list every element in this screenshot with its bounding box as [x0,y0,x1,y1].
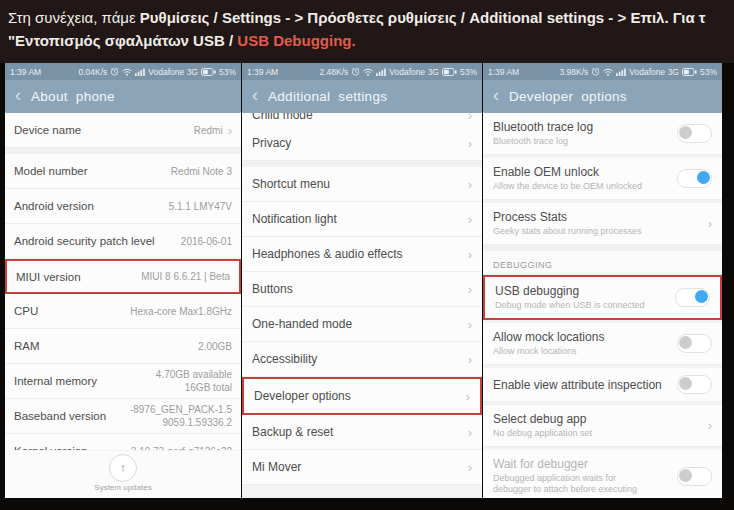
row-developer-options-highlighted[interactable]: Developer options › [242,377,482,415]
app-header: ‹ About phone [5,80,241,113]
row-label: Headphones & audio effects [252,247,463,261]
row-android-version[interactable]: Android version 5.1.1 LMY47V [5,189,241,224]
row-headphones-audio[interactable]: Headphones & audio effects › [242,237,482,272]
net-speed-text: 3.98K/s [560,67,589,77]
row-device-name[interactable]: Device name Redmi › [5,113,241,148]
toggle-off[interactable] [677,467,712,486]
section-header-debugging: DEBUGGING [483,251,722,275]
row-allow-mock-locations[interactable]: Allow mock locations Allow mock location… [483,323,722,365]
chevron-right-icon: › [468,353,472,366]
row-label: Mi Mover [252,460,463,474]
row-miui-version-highlighted[interactable]: MIUI version MIUI 8 6.6.21 | Beta [5,259,241,294]
row-one-handed-mode[interactable]: One-handed mode › [242,307,482,342]
toggle-on[interactable] [675,288,710,307]
row-label: Baseband version [14,410,130,422]
screenshot-additional-settings: 1:39 AM 2.48K/s Vodafone 3G 53% ‹ Additi… [242,63,482,498]
alarm-icon [110,67,119,76]
row-backup-reset[interactable]: Backup & reset › [242,415,482,450]
row-label: Buttons [252,282,463,296]
chevron-right-icon: › [708,419,712,432]
banner-text-bold: Ρυθμίσεις / Settings - > Πρόσθετες ρυθμί… [140,9,706,26]
row-accessibility[interactable]: Accessibility › [242,342,482,377]
row-label: Developer options [254,389,461,403]
row-title: Process Stats [493,210,703,224]
status-bar: 1:39 AM 0.04K/s Vodafone 3G 53% [5,63,241,80]
status-time: 1:39 AM [247,67,278,77]
chevron-right-icon: › [468,178,472,191]
row-select-debug-app[interactable]: Select debug app No debug application se… [483,405,722,447]
battery-pct-text: 53% [460,67,477,77]
row-child-mode-cut: Child mode › [242,113,482,126]
row-subtitle: Allow the device to be OEM unlocked [493,181,669,192]
row-wait-for-debugger[interactable]: Wait for debugger Debugged application w… [483,450,722,498]
carrier-text: Vodafone 3G [629,67,679,77]
row-privacy[interactable]: Privacy › [242,126,482,161]
row-label: Model number [14,165,171,177]
row-subtitle: Allow mock locations [493,346,669,357]
row-label: Accessibility [252,352,463,366]
back-chevron-icon[interactable]: ‹ [15,86,21,104]
row-cpu[interactable]: CPU Hexa-core Max1.8GHz [5,294,241,329]
row-title: Select debug app [493,412,703,426]
row-label: Shortcut menu [252,177,463,191]
toggle-off[interactable] [677,334,712,353]
chevron-right-icon: › [708,217,712,230]
row-value: 2016-06-01 [181,235,232,248]
row-mi-mover[interactable]: Mi Mover › [242,450,482,485]
chevron-right-icon: › [466,390,470,403]
row-model-number[interactable]: Model number Redmi Note 3 [5,154,241,189]
toggle-off[interactable] [677,375,712,394]
row-view-attribute-inspection[interactable]: Enable view attribute inspection [483,368,722,402]
row-title: Allow mock locations [493,330,669,344]
row-internal-memory[interactable]: Internal memory 4.70GB available16GB tot… [5,364,241,399]
row-usb-debugging-highlighted[interactable]: USB debugging Debug mode when USB is con… [483,275,722,320]
page-title: Developer options [509,89,627,104]
chevron-right-icon: › [228,124,232,137]
row-label: Internal memory [14,375,156,387]
banner-line-1: Στη συνέχεια, πάμε Ρυθμίσεις / Settings … [8,6,734,29]
screenshot-developer-options: 1:39 AM 3.98K/s Vodafone 3G 53% ‹ Develo… [483,63,722,498]
system-updates-label: System updates [5,483,241,492]
chevron-right-icon: › [468,113,472,122]
row-ram[interactable]: RAM 2.00GB [5,329,241,364]
row-label: Child mode [252,113,463,122]
row-subtitle: Debugged application waits for debugger … [493,473,653,495]
back-chevron-icon[interactable]: ‹ [252,86,258,104]
row-title: Wait for debugger [493,457,669,471]
battery-icon [682,68,697,76]
row-bluetooth-trace-log[interactable]: Bluetooth trace log Bluetooth trace log [483,113,722,155]
status-bar: 1:39 AM 2.48K/s Vodafone 3G 53% [242,63,482,80]
row-notification-light[interactable]: Notification light › [242,202,482,237]
row-baseband-version[interactable]: Baseband version -8976_GEN_PACK-1.59059.… [5,399,241,434]
row-value: 4.70GB available16GB total [156,368,232,394]
up-arrow-icon: ↑ [120,460,127,475]
alarm-icon [591,67,600,76]
row-value: Redmi [194,124,223,137]
chevron-right-icon: › [468,248,472,261]
row-security-patch[interactable]: Android security patch level 2016-06-01 [5,224,241,259]
row-label: Device name [14,124,194,136]
system-updates-button[interactable]: ↑ [109,454,137,482]
row-shortcut-menu[interactable]: Shortcut menu › [242,167,482,202]
toggle-off[interactable] [677,124,712,143]
system-updates-footer: ↑ System updates [5,450,241,498]
row-label: RAM [14,340,198,352]
wifi-icon [603,68,613,76]
row-process-stats[interactable]: Process Stats Geeky stats about running … [483,203,722,245]
signal-bars-icon [135,68,145,76]
wifi-icon [122,68,132,76]
app-header: ‹ Additional settings [242,80,482,113]
wifi-icon [363,68,373,76]
signal-bars-icon [376,68,386,76]
chevron-right-icon: › [468,426,472,439]
row-enable-oem-unlock[interactable]: Enable OEM unlock Allow the device to be… [483,158,722,200]
row-value: -8976_GEN_PACK-1.59059.1.59336.2 [130,403,232,429]
back-chevron-icon[interactable]: ‹ [493,86,499,104]
status-time: 1:39 AM [10,67,41,77]
row-value: MIUI 8 6.6.21 | Beta [141,270,230,283]
row-label: MIUI version [16,271,141,283]
toggle-on[interactable] [677,169,712,188]
app-header: ‹ Developer options [483,80,722,113]
row-subtitle: No debug application set [493,428,703,439]
row-buttons[interactable]: Buttons › [242,272,482,307]
